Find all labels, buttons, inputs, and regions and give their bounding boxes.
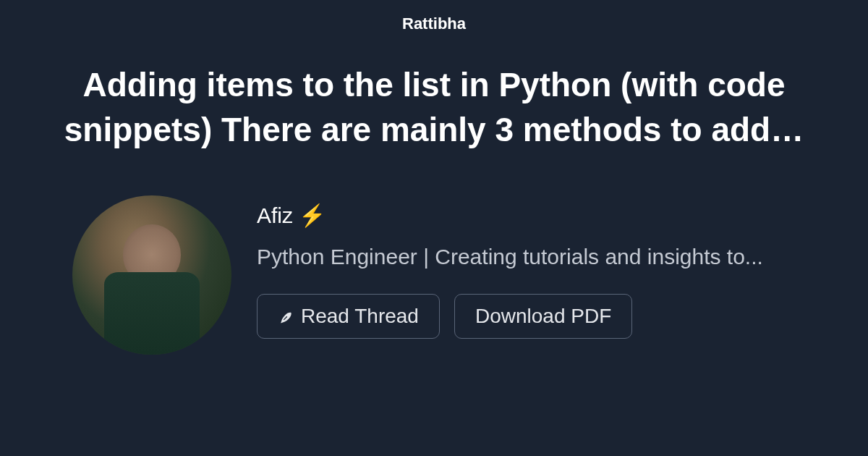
author-avatar	[72, 195, 231, 355]
read-thread-button[interactable]: Read Thread	[257, 294, 440, 339]
author-name-text: Afiz	[257, 203, 293, 227]
author-name: Afiz ⚡	[257, 203, 763, 228]
download-pdf-button[interactable]: Download PDF	[454, 294, 632, 339]
author-info: Afiz ⚡ Python Engineer | Creating tutori…	[257, 195, 763, 339]
read-thread-label: Read Thread	[301, 305, 419, 328]
site-name: Rattibha	[36, 14, 832, 33]
button-row: Read Thread Download PDF	[257, 294, 763, 339]
author-bio: Python Engineer | Creating tutorials and…	[257, 242, 763, 272]
download-pdf-label: Download PDF	[475, 305, 611, 328]
lightning-icon: ⚡	[299, 203, 326, 228]
author-section: Afiz ⚡ Python Engineer | Creating tutori…	[36, 195, 832, 355]
thread-title: Adding items to the list in Python (with…	[36, 62, 832, 152]
feather-icon	[278, 308, 294, 324]
